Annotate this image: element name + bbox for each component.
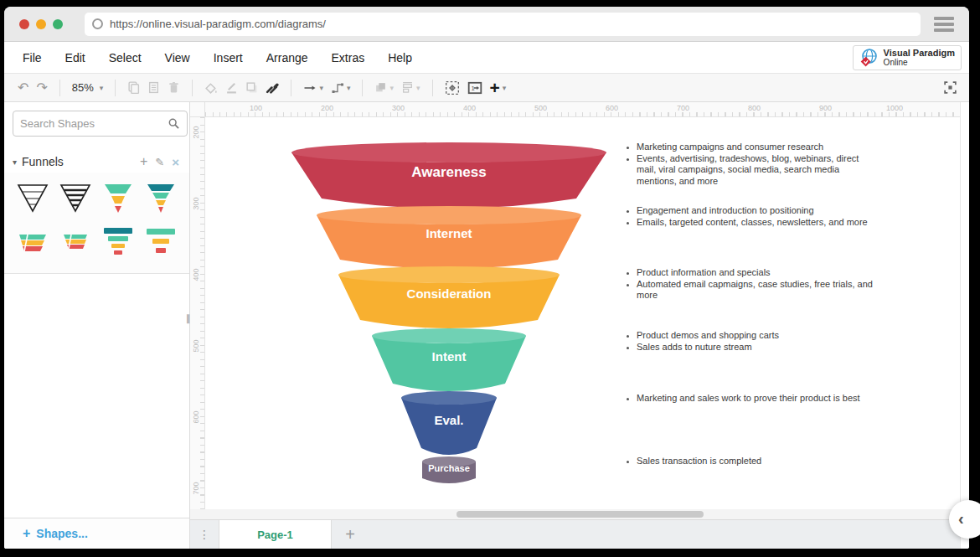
h-ruler-label: 300 bbox=[386, 104, 405, 112]
zoom-value: 85% bbox=[72, 81, 94, 94]
reload-icon[interactable] bbox=[92, 18, 103, 29]
document-icon bbox=[147, 81, 160, 94]
marquee-select-button[interactable] bbox=[445, 80, 460, 95]
menu-item-view[interactable]: View bbox=[165, 51, 190, 64]
fit-page-button[interactable]: 1 bbox=[467, 80, 482, 95]
chevron-down-icon: ▾ bbox=[503, 84, 507, 92]
shadow-button[interactable] bbox=[245, 81, 258, 94]
page-tab-label: Page-1 bbox=[257, 529, 293, 541]
add-shape-button[interactable]: + ▾ bbox=[490, 79, 507, 96]
menu-item-file[interactable]: File bbox=[23, 51, 42, 64]
align-icon bbox=[401, 81, 414, 94]
menu-item-edit[interactable]: Edit bbox=[65, 51, 85, 64]
clipboard-button[interactable] bbox=[127, 81, 140, 94]
search-input[interactable] bbox=[20, 117, 168, 130]
chevron-left-icon: ‹ bbox=[958, 509, 964, 529]
tab-page-1[interactable]: Page-1 bbox=[219, 520, 332, 549]
notes-intent[interactable]: Product demos and shopping cartsSales ad… bbox=[624, 330, 879, 353]
notes-internet[interactable]: Engagement and introduction to positioni… bbox=[624, 205, 879, 228]
shape-thumb-bars-3[interactable] bbox=[140, 223, 183, 260]
connector-style-button[interactable]: ▾ bbox=[331, 82, 351, 94]
panel-splitter-handle[interactable]: ∥ bbox=[186, 313, 191, 324]
h-ruler: 1002003004005006007008009001000 bbox=[205, 102, 960, 117]
add-page-button[interactable]: + bbox=[332, 520, 369, 549]
paint-bucket-icon bbox=[204, 81, 218, 94]
shape-sidebar: ⋮ ▾ Funnels + ✎ × bbox=[4, 102, 190, 549]
v-ruler-label: 700 bbox=[192, 480, 200, 497]
shape-thumb-funnel-4seg[interactable] bbox=[140, 179, 183, 216]
h-ruler-label: 1000 bbox=[885, 104, 903, 112]
h-ruler-label: 100 bbox=[244, 104, 262, 112]
format-painter-button[interactable] bbox=[266, 81, 279, 94]
funnels-section-header[interactable]: ▾ Funnels + ✎ × bbox=[13, 154, 179, 169]
brand-logo: Visual Paradigm Online bbox=[853, 45, 962, 70]
funnel-stage-top-internet bbox=[317, 206, 581, 224]
note-item: Automated email capmaigns, case studies,… bbox=[637, 279, 879, 302]
pages-kebab-icon[interactable]: ⋮ bbox=[190, 520, 219, 549]
search-shapes-box[interactable] bbox=[13, 111, 188, 137]
funnel-stage-label-eval: Eval. bbox=[434, 413, 463, 427]
notes-purchase[interactable]: Sales transaction is completed bbox=[624, 456, 879, 467]
diagram-canvas[interactable]: AwarenessInternetConsiderationIntentEval… bbox=[205, 117, 960, 509]
close-window-button[interactable] bbox=[19, 19, 29, 29]
h-ruler-label: 500 bbox=[529, 104, 547, 112]
shape-thumb-funnel-outline[interactable] bbox=[11, 179, 54, 216]
shape-thumb-bars-4[interactable] bbox=[97, 223, 140, 260]
menu-item-select[interactable]: Select bbox=[109, 51, 142, 64]
page-tab-bar: ⋮ Page-1 + bbox=[190, 519, 960, 549]
menu-item-extras[interactable]: Extras bbox=[332, 51, 365, 64]
more-shapes-link[interactable]: + Shapes... bbox=[4, 518, 189, 549]
section-add-icon[interactable]: + bbox=[140, 154, 147, 169]
elbow-connector-icon bbox=[331, 82, 344, 94]
undo-button[interactable]: ↶ bbox=[18, 81, 28, 95]
v-ruler-label: 300 bbox=[192, 195, 200, 212]
right-scroll-strip bbox=[960, 102, 969, 549]
v-ruler-label: 500 bbox=[192, 338, 200, 354]
section-close-icon[interactable]: × bbox=[172, 155, 179, 169]
delete-button[interactable] bbox=[168, 81, 180, 94]
funnel-stage-top-intent bbox=[372, 328, 526, 343]
shape-thumb-trapezoid-stripes-a[interactable] bbox=[11, 223, 54, 260]
url-bar[interactable]: https://online.visual-paradigm.com/diagr… bbox=[85, 13, 921, 36]
menu-item-help[interactable]: Help bbox=[388, 51, 412, 64]
connector-arrow-button[interactable]: ▾ bbox=[303, 82, 323, 94]
shape-thumb-funnel-3seg[interactable] bbox=[97, 179, 140, 216]
note-item: Emails, targeted content, classes, newsl… bbox=[637, 217, 879, 229]
minimize-window-button[interactable] bbox=[36, 19, 46, 29]
line-color-button[interactable] bbox=[225, 81, 238, 94]
scrollbar-thumb[interactable] bbox=[456, 511, 704, 518]
funnel-stage-intent[interactable] bbox=[372, 336, 526, 391]
maximize-window-button[interactable] bbox=[53, 19, 63, 29]
notes-awareness[interactable]: Marketing campaigns and consumer researc… bbox=[624, 142, 879, 187]
notes-eval[interactable]: Marketing and sales work to prove their … bbox=[624, 393, 879, 405]
browser-menu-icon[interactable] bbox=[934, 17, 954, 32]
browser-window: https://online.visual-paradigm.com/diagr… bbox=[4, 7, 969, 549]
canvas-column: 1002003004005006007008009001000 20030040… bbox=[190, 102, 960, 549]
redo-button[interactable]: ↷ bbox=[36, 81, 47, 95]
v-ruler-label: 200 bbox=[192, 124, 200, 141]
toolbar: ↶ ↷ 85% ▾ bbox=[4, 74, 969, 102]
horizontal-scrollbar[interactable] bbox=[190, 509, 960, 519]
menu-item-insert[interactable]: Insert bbox=[214, 51, 243, 64]
zoom-select[interactable]: 85% ▾ bbox=[72, 81, 104, 94]
browser-chrome: https://online.visual-paradigm.com/diagr… bbox=[4, 7, 969, 42]
shape-grid bbox=[4, 173, 189, 274]
h-ruler-label: 200 bbox=[315, 104, 333, 112]
svg-text:1: 1 bbox=[471, 85, 474, 92]
align-button[interactable]: ▾ bbox=[401, 81, 420, 94]
document-button[interactable] bbox=[147, 81, 160, 94]
section-edit-icon[interactable]: ✎ bbox=[155, 156, 164, 168]
ruler-corner bbox=[190, 102, 205, 117]
shape-thumb-trapezoid-stripes-b[interactable] bbox=[54, 223, 96, 260]
shape-thumb-funnel-striped[interactable] bbox=[54, 179, 96, 216]
layers-button[interactable]: ▾ bbox=[374, 81, 394, 94]
note-item: Product demos and shopping carts bbox=[637, 330, 879, 342]
pen-icon bbox=[225, 81, 238, 94]
notes-consideration[interactable]: Product information and specialsAutomate… bbox=[624, 267, 879, 302]
note-item: Engagement and introduction to positioni… bbox=[637, 205, 879, 217]
fill-color-button[interactable] bbox=[204, 81, 218, 94]
marquee-icon bbox=[445, 80, 460, 95]
fullscreen-button[interactable] bbox=[943, 80, 957, 95]
v-ruler-label: 400 bbox=[192, 266, 200, 283]
menu-item-arrange[interactable]: Arrange bbox=[266, 51, 308, 64]
